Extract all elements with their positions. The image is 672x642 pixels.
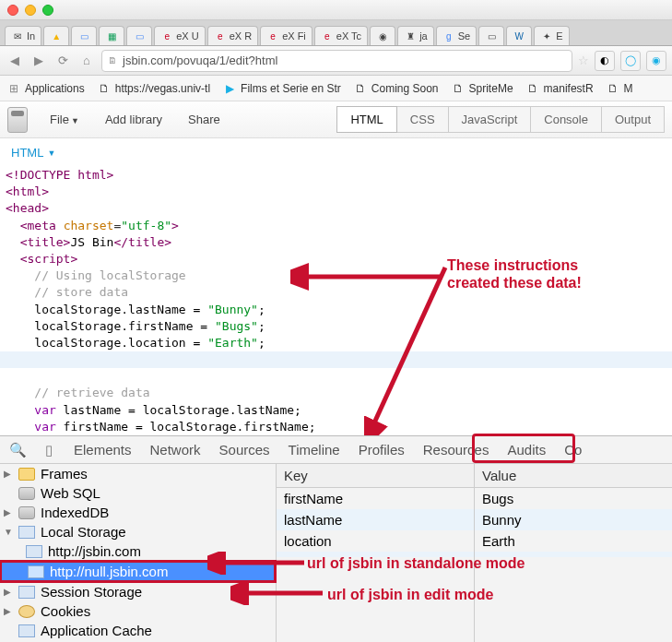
bookmark-item[interactable]: ▶Films et Serie en Str <box>223 82 341 95</box>
browser-tab[interactable]: ◉ <box>370 26 395 45</box>
tree-sessionstorage[interactable]: ▶Session Storage <box>0 582 276 601</box>
table-row[interactable]: firstName <box>277 488 474 509</box>
bookmark-item[interactable]: 🗋https://vegas.univ-tl <box>98 82 210 95</box>
tab-sources[interactable]: Sources <box>218 438 272 461</box>
panel-output-button[interactable]: Output <box>601 106 665 133</box>
panel-js-button[interactable]: JavaScript <box>448 106 532 133</box>
tab-timeline[interactable]: Timeline <box>287 438 342 461</box>
edx-icon: e <box>160 30 173 42</box>
tab-elements[interactable]: Elements <box>72 438 134 461</box>
page-icon: 🗋 <box>526 82 539 95</box>
bookmark-item[interactable]: ⊞Applications <box>7 82 85 95</box>
edx-icon: e <box>214 30 227 42</box>
browser-tab[interactable]: eeX Fi <box>260 26 312 45</box>
browser-tab[interactable]: ♜ja <box>397 26 434 45</box>
extension-button[interactable]: ◉ <box>646 51 666 71</box>
url-input[interactable]: 🗎 jsbin.com/povuqa/1/edit?html <box>101 50 572 72</box>
annotation-text: These instructions created these data! <box>447 256 631 291</box>
table-row[interactable]: Bunny <box>475 509 672 530</box>
tab-network[interactable]: Network <box>148 438 203 461</box>
browser-tab[interactable]: eeX U <box>154 26 205 45</box>
bookmark-item[interactable]: 🗋Coming Soon <box>354 82 439 95</box>
reload-button[interactable]: ⟳ <box>53 52 72 70</box>
table-row[interactable]: location <box>277 530 474 552</box>
tab-more[interactable]: Co <box>562 438 584 461</box>
add-library-menu[interactable]: Add library <box>92 107 175 132</box>
share-menu[interactable]: Share <box>175 107 233 132</box>
browser-tab[interactable]: ✦E <box>534 26 569 45</box>
browser-toolbar: ◀ ▶ ⟳ ⌂ 🗎 jsbin.com/povuqa/1/edit?html ☆… <box>0 46 672 76</box>
tab-profiles[interactable]: Profiles <box>357 438 407 461</box>
table-row[interactable]: Bugs <box>475 488 672 509</box>
home-button[interactable]: ⌂ <box>77 52 96 70</box>
caret-down-icon: ▼ <box>71 116 79 125</box>
tree-localstorage-origin-selected[interactable]: http://null.jsbin.com <box>0 560 277 583</box>
devtools-panes: ▶Frames Web SQL ▶IndexedDB ▼Local Storag… <box>0 464 672 642</box>
code-editor[interactable]: <!DOCTYPE html> <html> <head> <meta char… <box>0 167 672 435</box>
folder-icon <box>18 468 35 481</box>
forward-button[interactable]: ▶ <box>29 52 48 70</box>
cookie-icon <box>18 605 35 618</box>
tab-audits[interactable]: Audits <box>505 438 548 461</box>
tab-resources[interactable]: Resources <box>421 438 491 461</box>
bookmark-item[interactable]: 🗋manifestR <box>526 82 594 95</box>
minimize-icon[interactable] <box>25 5 36 16</box>
search-icon[interactable]: 🔍 <box>9 442 26 458</box>
page-icon: ▭ <box>485 30 498 42</box>
table-row[interactable]: lastName <box>277 509 474 530</box>
browser-tab[interactable]: gSe <box>436 26 477 45</box>
storage-icon <box>18 586 35 599</box>
browser-tabstrip: ✉In ▲ ▭ ▦ ▭ eeX U eeX R eeX Fi eeX Tc ◉ … <box>0 20 672 46</box>
browser-tab[interactable]: ▭ <box>478 26 504 45</box>
bookmark-star-icon[interactable]: ☆ <box>578 54 589 67</box>
bookmarks-bar: ⊞Applications 🗋https://vegas.univ-tl ▶Fi… <box>0 76 672 101</box>
panel-html-button[interactable]: HTML <box>336 106 396 133</box>
tree-localstorage[interactable]: ▼Local Storage <box>0 522 276 541</box>
apps-icon: ⊞ <box>7 82 20 95</box>
table-row[interactable]: Earth <box>475 530 672 552</box>
edx-icon: e <box>266 30 279 42</box>
tree-cookies[interactable]: ▶Cookies <box>0 601 276 621</box>
window-titlebar <box>0 0 672 20</box>
close-icon[interactable] <box>7 5 18 16</box>
browser-tab[interactable]: eeX Tc <box>314 26 368 45</box>
panel-type-dropdown[interactable]: HTML▼ <box>0 138 672 167</box>
extension-button[interactable]: ◐ <box>595 51 615 71</box>
bookmark-item[interactable]: 🗋SpriteMe <box>452 82 513 95</box>
back-button[interactable]: ◀ <box>6 52 24 70</box>
tree-localstorage-origin[interactable]: http://jsbin.com <box>0 541 276 561</box>
maximize-icon[interactable] <box>42 5 53 16</box>
annotation-text: url of jsbin in standalone mode <box>307 554 525 572</box>
table-header[interactable]: Key <box>277 464 474 488</box>
panel-console-button[interactable]: Console <box>530 106 602 133</box>
tree-websql[interactable]: Web SQL <box>0 483 276 503</box>
table-header[interactable]: Value <box>475 464 672 488</box>
device-icon[interactable]: ▯ <box>41 442 57 458</box>
triangle-right-icon: ▶ <box>4 507 13 517</box>
tree-frames[interactable]: ▶Frames <box>0 464 276 483</box>
browser-tab[interactable]: ▭ <box>126 26 152 45</box>
triangle-right-icon: ▶ <box>4 587 13 597</box>
browser-tab[interactable]: ▦ <box>99 26 124 45</box>
main-area: HTML▼ <!DOCTYPE html> <html> <head> <met… <box>0 138 672 642</box>
browser-tab[interactable]: ▲ <box>43 26 69 45</box>
browser-tab[interactable]: W <box>506 26 532 45</box>
page-icon: 🗋 <box>607 82 619 95</box>
tree-indexeddb[interactable]: ▶IndexedDB <box>0 503 276 522</box>
table-col-value: Value Bugs Bunny Earth <box>475 464 672 642</box>
page-icon: 🗋 <box>98 82 111 95</box>
storage-icon <box>28 565 44 578</box>
annotation-text: url of jsbin in edit mode <box>327 586 493 603</box>
bookmark-item[interactable]: 🗋M <box>607 82 633 95</box>
jsbin-logo-icon[interactable] <box>7 107 28 133</box>
browser-tab[interactable]: ▭ <box>71 26 97 45</box>
file-menu[interactable]: File▼ <box>37 107 92 132</box>
panel-css-button[interactable]: CSS <box>396 106 449 133</box>
edx-icon: e <box>321 30 334 42</box>
extension-button[interactable]: ◯ <box>620 51 641 71</box>
devtools-tabs: 🔍 ▯ Elements Network Sources Timeline Pr… <box>0 436 672 464</box>
browser-tab[interactable]: eeX R <box>207 26 258 45</box>
docs-icon: ▭ <box>77 30 90 42</box>
browser-tab[interactable]: ✉In <box>5 26 41 45</box>
tree-appcache[interactable]: Application Cache <box>0 621 276 640</box>
